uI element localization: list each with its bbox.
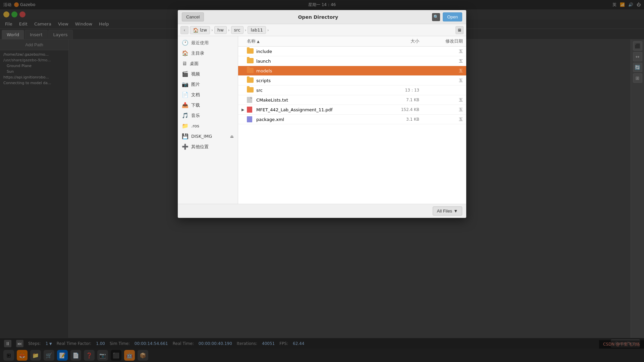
pictures-icon: 📷: [182, 81, 189, 87]
dialog-nav: ‹ 🏠 lzw › hw › src › lab11 › ⊞: [178, 24, 466, 36]
expand-arrow[interactable]: ▶: [241, 108, 246, 112]
dialog-bottom: All Files ▼: [178, 204, 466, 218]
nav-crumb-lab11[interactable]: lab11: [248, 26, 266, 34]
table-row[interactable]: models 五: [238, 66, 466, 76]
file-name: models: [256, 68, 386, 73]
xml-icon: [247, 116, 254, 122]
file-size: 3.1 KB: [386, 117, 419, 122]
file-date: 五: [419, 58, 463, 64]
file-date: 五: [419, 97, 463, 103]
folder-selected-icon: [247, 68, 254, 74]
dialog-title: Open Directory: [204, 14, 432, 20]
pdf-icon: [247, 107, 254, 113]
dialog-nav-section: 🕐 最近使用 🏠 主目录 🖥 桌面 🎬 视频: [178, 36, 238, 153]
nav-back-arrow[interactable]: ‹: [180, 26, 189, 34]
dialog-nav-ros[interactable]: 📁 .ros: [178, 121, 238, 131]
dialog-nav-downloads[interactable]: 📥 下载: [178, 100, 238, 110]
file-name: launch: [256, 59, 386, 64]
dialog-nav-video[interactable]: 🎬 视频: [178, 69, 238, 79]
file-date: 五: [419, 117, 463, 122]
folder-icon: [247, 58, 254, 64]
dialog-open-button[interactable]: Open: [443, 12, 462, 21]
dialog-cancel-button[interactable]: Cancel: [182, 12, 204, 21]
file-name: scripts: [256, 78, 386, 83]
column-date-header: 修改日期: [419, 38, 463, 44]
table-row[interactable]: scripts 五: [238, 76, 466, 85]
file-date: 五: [419, 49, 463, 54]
table-row[interactable]: CMakeLists.txt 7.1 KB 五: [238, 95, 466, 105]
file-icon: [247, 97, 254, 103]
all-files-button[interactable]: All Files ▼: [433, 206, 462, 216]
dialog-overlay: Cancel Open Directory 🔍 Open ‹ 🏠 lzw › h…: [0, 0, 644, 362]
file-name: include: [256, 49, 386, 54]
drive-icon: 💾: [182, 133, 189, 139]
dialog-left-nav: 🕐 最近使用 🏠 主目录 🖥 桌面 🎬 视频: [178, 36, 238, 204]
downloads-icon: 📥: [182, 102, 189, 108]
table-row[interactable]: package.xml 3.1 KB 五: [238, 115, 466, 124]
dialog-nav-disk[interactable]: 💾 DISK_IMG ⏏: [178, 131, 238, 141]
file-size: 152.4 KB: [386, 107, 419, 112]
folder-icon: 📁: [182, 123, 189, 129]
file-list-header: 名称 ▲ 大小 修改日期: [238, 36, 466, 47]
nav-crumb-hw[interactable]: hw: [214, 26, 227, 34]
dropdown-arrow-icon: ▼: [453, 208, 458, 214]
nav-crumb-src[interactable]: src: [231, 26, 244, 34]
open-directory-dialog: Cancel Open Directory 🔍 Open ‹ 🏠 lzw › h…: [178, 10, 466, 218]
column-name-header[interactable]: 名称 ▲: [247, 38, 386, 44]
file-date: 五: [419, 68, 463, 74]
file-name: src: [256, 88, 386, 93]
dialog-header: Cancel Open Directory 🔍 Open: [178, 10, 466, 24]
folder-icon: [247, 87, 254, 93]
breadcrumb-separator-3: ›: [245, 28, 247, 33]
dialog-nav-pictures[interactable]: 📷 图片: [178, 79, 238, 89]
table-row[interactable]: ▶ MFET_442_Lab_Assignment_11.pdf 152.4 K…: [238, 105, 466, 115]
file-name: package.xml: [256, 117, 386, 122]
breadcrumb-separator-2: ›: [228, 28, 230, 33]
breadcrumb-separator-4: ›: [267, 28, 269, 33]
music-icon: 🎵: [182, 112, 189, 119]
breadcrumb-separator-1: ›: [211, 28, 213, 33]
nav-crumb-home[interactable]: 🏠 lzw: [190, 26, 210, 34]
home-icon: 🏠: [193, 27, 199, 33]
dialog-nav-documents[interactable]: 📄 文档: [178, 89, 238, 100]
file-date: 五: [419, 107, 463, 113]
table-row[interactable]: src 13：13: [238, 85, 466, 95]
desktop-icon: 🖥: [182, 60, 187, 67]
file-date: 五: [419, 78, 463, 83]
dialog-file-list: 名称 ▲ 大小 修改日期 include 五: [238, 36, 466, 204]
eject-icon[interactable]: ⏏: [230, 134, 234, 139]
dialog-nav-other[interactable]: ➕ 其他位置: [178, 141, 238, 152]
dialog-nav-desktop[interactable]: 🖥 桌面: [178, 58, 238, 69]
table-row[interactable]: launch 五: [238, 56, 466, 66]
table-row[interactable]: include 五: [238, 47, 466, 56]
home-nav-icon: 🏠: [182, 50, 189, 56]
file-size: 7.1 KB: [386, 98, 419, 102]
file-name: MFET_442_Lab_Assignment_11.pdf: [256, 107, 386, 112]
dialog-body: 🕐 最近使用 🏠 主目录 🖥 桌面 🎬 视频: [178, 36, 466, 204]
file-name: CMakeLists.txt: [256, 98, 386, 103]
dialog-nav-recent[interactable]: 🕐 最近使用: [178, 38, 238, 48]
view-toggle-button[interactable]: ⊞: [455, 26, 464, 34]
sort-arrow: ▲: [257, 40, 260, 43]
recent-icon: 🕐: [182, 40, 189, 46]
search-button[interactable]: 🔍: [432, 13, 440, 21]
file-size: 13：13: [386, 87, 419, 93]
folder-icon: [247, 48, 254, 54]
column-size-header: 大小: [386, 38, 419, 44]
video-icon: 🎬: [182, 71, 189, 77]
plus-icon: ➕: [182, 143, 189, 150]
dialog-nav-music[interactable]: 🎵 音乐: [178, 110, 238, 121]
documents-icon: 📄: [182, 92, 189, 98]
folder-icon: [247, 77, 254, 83]
dialog-nav-home[interactable]: 🏠 主目录: [178, 48, 238, 58]
